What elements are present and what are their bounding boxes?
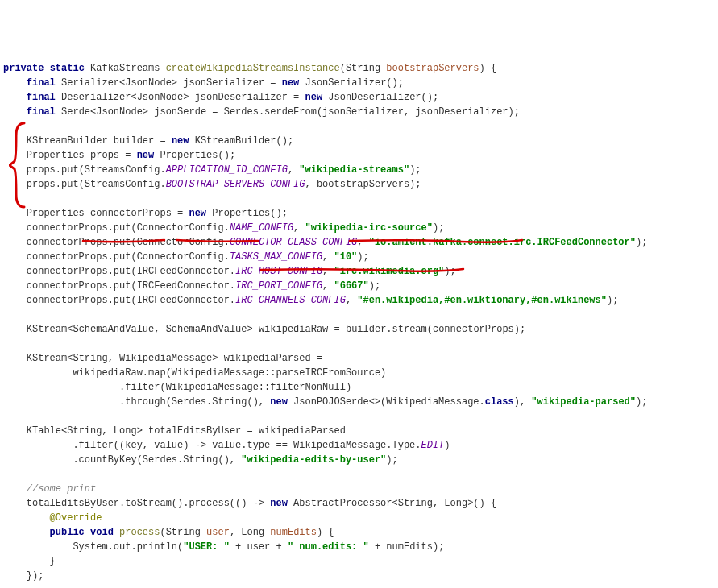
- method-name: createWikipediaStreamsInstance: [166, 63, 340, 74]
- streams-config: StreamsConfig: [85, 164, 160, 176]
- str-user: "USER: ": [183, 541, 230, 553]
- var-wikipedia-parsed: wikipediaParsed: [224, 353, 311, 364]
- keyword-public: public: [50, 527, 85, 538]
- str-6667: "6667": [334, 280, 369, 292]
- connector-config: ConnectorConfig: [137, 222, 224, 234]
- type-jsonnode: JsonNode: [125, 77, 172, 89]
- filter-edit-lambda: .filter((key, value) -> value.type == Wi…: [73, 440, 421, 451]
- type-jsonnode: JsonNode: [96, 106, 143, 118]
- builder-stream: builder.stream: [346, 324, 427, 335]
- type-properties: Properties: [27, 208, 85, 219]
- sysout: System.out.println(: [73, 541, 183, 553]
- type-serializer: Serializer: [61, 77, 119, 89]
- param-bootstrap-servers: bootstrapServers: [386, 63, 479, 74]
- type-string: String: [346, 63, 380, 74]
- type-kstreambuilder: KStreamBuilder: [27, 135, 108, 147]
- connector-config: ConnectorConfig: [137, 237, 224, 248]
- filter-nonnull: .filter(WikipediaMessage::filterNonNull): [119, 382, 351, 393]
- connector-props-put: connectorProps.put: [27, 295, 131, 306]
- type-long: Long: [241, 527, 264, 538]
- keyword-new: new: [270, 498, 288, 509]
- param-user: user: [206, 527, 230, 538]
- str-channels: "#en.wikipedia,#en.wiktionary,#en.wikine…: [357, 295, 607, 306]
- connector-props-put: connectorProps.put: [27, 237, 131, 248]
- keyword-final: final: [27, 92, 56, 103]
- method-process: process: [119, 527, 160, 538]
- type-long: Long: [114, 425, 137, 437]
- type-kafkastreams: KafkaStreams: [90, 63, 160, 74]
- const-name-config: NAME_CONFIG: [230, 222, 293, 234]
- var-wikipedia-raw: wikipediaRaw: [259, 324, 328, 335]
- type-string: String: [398, 498, 433, 509]
- connector-props-put: connectorProps.put: [27, 251, 131, 263]
- plus: +: [369, 541, 387, 553]
- type-jsonnode: JsonNode: [137, 92, 184, 103]
- type-string: String: [73, 353, 107, 364]
- type-string: String: [166, 527, 201, 538]
- rbrace-paren-semi: });: [27, 570, 44, 582]
- keyword-void: void: [90, 527, 114, 538]
- type-schema-and-value: SchemaAndValue: [73, 324, 154, 335]
- comment-some-print: //some print: [27, 483, 96, 495]
- irc-feed-connector: IRCFeedConnector: [137, 266, 230, 277]
- keyword-new: new: [189, 208, 206, 219]
- var-json-deserializer: jsonDeserializer: [195, 92, 288, 103]
- var-json-serde: jsonSerde: [154, 106, 206, 118]
- wikipedia-raw-map: wikipediaRaw.map: [73, 367, 165, 379]
- keyword-static: static: [50, 63, 85, 74]
- keyword-new: new: [282, 77, 300, 89]
- connector-props-put: connectorProps.put: [27, 266, 131, 277]
- annotation-override: @Override: [50, 512, 102, 524]
- keyword-final: final: [27, 77, 56, 89]
- connector-props-put: connectorProps.put: [27, 222, 131, 234]
- through-call: .through(Serdes.String(),: [119, 396, 270, 408]
- props-put: props.put: [27, 179, 79, 190]
- str-irc-host: "irc.wikimedia.org": [334, 266, 445, 277]
- const-edit: EDIT: [421, 440, 445, 451]
- keyword-final: final: [27, 106, 56, 118]
- type-properties: Properties: [212, 208, 270, 219]
- var-total-edits: totalEditsByUser: [148, 425, 241, 437]
- method-ref-parse-irc: parseIRCFromSource: [276, 367, 380, 379]
- wm-class-paren: (WikipediaMessage.: [380, 396, 485, 408]
- rbrace: }: [50, 556, 56, 567]
- type-json-serializer: JsonSerializer: [305, 77, 387, 89]
- str-wikipedia-irc-source: "wikipedia-irc-source": [305, 222, 433, 234]
- var-props: props: [90, 150, 119, 161]
- str-wikipedia-edits-by-user: "wikipedia-edits-by-user": [241, 454, 386, 466]
- const-irc-port: IRC_PORT_CONFIG: [235, 280, 322, 292]
- str-num-edits: " num.edits: ": [288, 541, 369, 553]
- keyword-new: new: [305, 92, 323, 103]
- type-abstract-processor: AbstractProcessor: [293, 498, 392, 509]
- plus: +: [230, 541, 247, 553]
- type-ktable: KTable: [27, 425, 61, 437]
- type-schema-and-value: SchemaAndValue: [166, 324, 247, 335]
- type-json-pojo-serde: JsonPOJOSerde: [293, 396, 369, 408]
- code-block: private static KafkaStreams createWikipe…: [3, 61, 718, 588]
- var-json-serializer: jsonSerializer: [183, 77, 264, 89]
- const-connector-class: CONNECTOR_CLASS_CONFIG: [230, 237, 357, 248]
- const-application-id: APPLICATION_ID_CONFIG: [166, 164, 288, 176]
- keyword-class: class: [485, 396, 514, 408]
- str-10: "10": [334, 251, 358, 263]
- type-properties: Properties: [160, 150, 218, 161]
- str-wikipedia-streams: "wikipedia-streams": [299, 164, 409, 176]
- to-stream-process: totalEditsByUser.toStream().process(() -…: [27, 498, 270, 509]
- type-properties: Properties: [27, 150, 85, 161]
- type-long: Long: [444, 498, 467, 509]
- type-wikipedia-message: WikipediaMessage: [119, 353, 212, 364]
- keyword-new: new: [137, 150, 155, 161]
- param-num-edits: numEdits: [270, 527, 317, 538]
- type-serde: Serde: [61, 106, 90, 118]
- keyword-new: new: [270, 396, 288, 408]
- const-irc-host: IRC_HOST_CONFIG: [235, 266, 322, 277]
- type-deserializer: Deserializer: [61, 92, 131, 103]
- type-kstreambuilder: KStreamBuilder: [195, 135, 276, 147]
- type-json-deserializer: JsonDeserializer: [328, 92, 421, 103]
- keyword-private: private: [3, 63, 44, 74]
- str-irc-connector-class: "io.amient.kafka.connect.irc.IRCFeedConn…: [369, 237, 636, 248]
- const-bootstrap-servers: BOOTSTRAP_SERVERS_CONFIG: [166, 179, 305, 190]
- const-irc-channels: IRC_CHANNELS_CONFIG: [235, 295, 346, 306]
- connector-config: ConnectorConfig: [137, 251, 224, 263]
- connector-props-put: connectorProps.put: [27, 280, 131, 292]
